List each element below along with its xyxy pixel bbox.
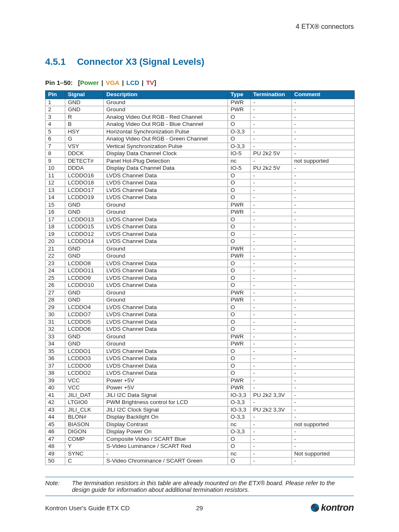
cell-comm: - [292, 443, 354, 450]
cell-term: - [251, 230, 292, 238]
cell-term: - [251, 245, 292, 253]
cell-desc: Ground [104, 333, 228, 340]
cell-term: PU 2k2 3,3V [251, 406, 292, 414]
cell-pin: 15 [46, 201, 65, 209]
cell-pin: 44 [46, 414, 65, 421]
cell-sig: VSY [65, 143, 104, 150]
cell-sig: LCDDO16 [65, 172, 104, 179]
cell-desc: Power +5V [104, 384, 228, 392]
cell-term: - [251, 238, 292, 246]
cell-type: PWR [228, 209, 251, 216]
cell-term: - [251, 311, 292, 319]
cell-desc: PWM Brightness control for LCD [104, 399, 228, 407]
cell-sig: COMP [65, 435, 104, 443]
cell-term: - [251, 414, 292, 421]
cell-sig: DDCK [65, 150, 104, 158]
cell-pin: 40 [46, 384, 65, 392]
cell-type: PWR [228, 245, 251, 253]
cell-desc: Ground [104, 297, 228, 304]
cell-comm: - [292, 282, 354, 289]
cell-comm: - [292, 348, 354, 355]
table-row: 6GAnalog Video Out RGB - Green ChannelO-… [46, 136, 355, 143]
cell-pin: 14 [46, 194, 65, 202]
cell-pin: 27 [46, 289, 65, 297]
table-row: 34GNDGroundPWR-- [46, 340, 355, 348]
cell-sig: DDDA [65, 165, 104, 172]
table-row: 32LCDDO6LVDS Channel DataO-- [46, 326, 355, 333]
col-pin: Pin [46, 91, 65, 99]
footer-left: Kontron User's Guide ETX CD [45, 504, 130, 512]
table-row: 49SYNC-nc-Not supported [46, 450, 355, 458]
cell-desc: Ground [104, 253, 228, 260]
cell-type: O [228, 216, 251, 223]
cell-term: - [251, 421, 292, 428]
cell-sig: SYNC [65, 450, 104, 458]
cell-desc: LVDS Channel Data [104, 230, 228, 238]
cell-desc: Display Contrast [104, 421, 228, 428]
cell-pin: 4 [46, 121, 65, 128]
cell-sig: LCDDO17 [65, 187, 104, 194]
cell-comm: - [292, 377, 354, 384]
cell-comm: - [292, 230, 354, 238]
cell-comm: - [292, 340, 354, 348]
cell-pin: 39 [46, 377, 65, 384]
table-row: 12LCDDO18LVDS Channel DataO-- [46, 179, 355, 187]
cell-term: - [251, 260, 292, 267]
cell-type: O [228, 326, 251, 333]
cell-pin: 45 [46, 421, 65, 428]
cell-term: - [251, 399, 292, 407]
cell-type: O [228, 362, 251, 370]
table-row: 28GNDGroundPWR-- [46, 297, 355, 304]
footer-page-number: 29 [196, 504, 203, 512]
cell-type: nc [228, 450, 251, 458]
cell-pin: 35 [46, 348, 65, 355]
cell-pin: 12 [46, 179, 65, 187]
cell-sig: DETECT# [65, 157, 104, 165]
cell-sig: LCDDO10 [65, 282, 104, 289]
cell-comm: Not supported [292, 450, 354, 458]
cell-comm: - [292, 150, 354, 158]
cell-type: PWR [228, 201, 251, 209]
table-row: 27GNDGroundPWR-- [46, 289, 355, 297]
cell-type: O [228, 458, 251, 465]
cell-pin: 38 [46, 370, 65, 377]
brand-logo-text: kontron [321, 502, 354, 513]
cell-term: - [251, 223, 292, 231]
table-row: 4BAnalog Video Out RGB - Blue ChannelO-- [46, 121, 355, 128]
cell-type: IO-3,3 [228, 406, 251, 414]
cell-type: IO-3,3 [228, 391, 251, 399]
cell-term: - [251, 326, 292, 333]
cell-term: - [251, 143, 292, 150]
cell-desc: Ground [104, 201, 228, 209]
cell-pin: 24 [46, 267, 65, 275]
cell-term: PU 2k2 3,3V [251, 391, 292, 399]
cell-term: - [251, 458, 292, 465]
cell-term: - [251, 318, 292, 326]
table-row: 46DIGONDisplay Power OnO-3,3-- [46, 428, 355, 436]
col-termination: Termination [251, 91, 292, 99]
cell-pin: 10 [46, 165, 65, 172]
cell-desc: S-Video Luminance / SCART Red [104, 443, 228, 450]
cell-sig: LCDDO0 [65, 362, 104, 370]
cell-desc: S-Video Chrominance / SCART Green [104, 458, 228, 465]
cell-pin: 31 [46, 318, 65, 326]
cell-type: O [228, 355, 251, 363]
table-row: 9DETECT#Panel Hot-Plug Detectionnc-not s… [46, 157, 355, 165]
cell-comm: - [292, 391, 354, 399]
cell-type: O [228, 282, 251, 289]
cell-comm: - [292, 304, 354, 311]
cell-type: PWR [228, 106, 251, 114]
cell-sig: Y [65, 443, 104, 450]
legend-item-lcd: LCD [126, 79, 139, 86]
section-heading: 4.5.1 Connector X3 (Signal Levels) [45, 56, 354, 67]
cell-pin: 49 [46, 450, 65, 458]
cell-pin: 30 [46, 311, 65, 319]
cell-type: O [228, 187, 251, 194]
cell-sig: LCDDO5 [65, 318, 104, 326]
brand-logo-icon [310, 503, 320, 512]
cell-term: - [251, 348, 292, 355]
cell-desc: LVDS Channel Data [104, 187, 228, 194]
cell-pin: 28 [46, 297, 65, 304]
cell-desc: Display Data Channel Data [104, 165, 228, 172]
cell-comm: - [292, 194, 354, 202]
